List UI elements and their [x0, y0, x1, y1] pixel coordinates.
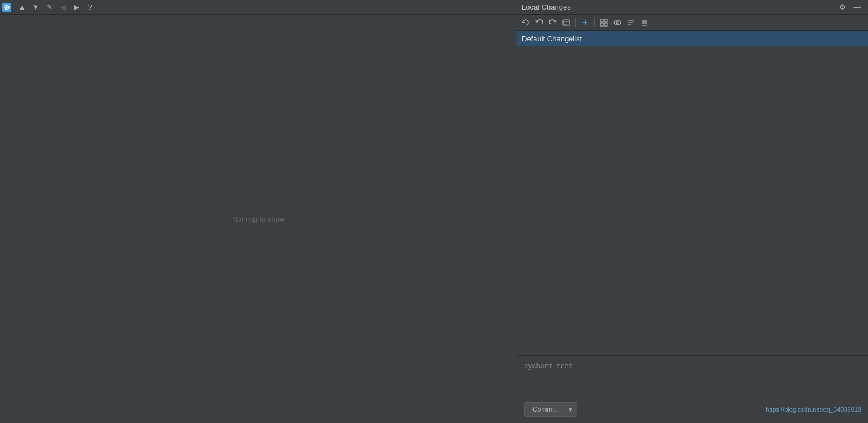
commit-dialog-button[interactable] [560, 16, 573, 29]
settings-button[interactable]: ⚙ [836, 1, 849, 14]
commit-footer: Commit ▼ https://blog.csdn.net/qq_340390… [522, 400, 863, 418]
default-changelist-header[interactable]: Default Changelist [517, 31, 868, 46]
toolbar-separator-1 [575, 18, 576, 27]
svg-point-11 [614, 20, 621, 25]
redo-button[interactable] [547, 16, 559, 29]
left-panel: ▲ ▼ ✎ ◀ ▶ ? Nothing to show [0, 0, 517, 423]
url-link[interactable]: https://blog.csdn.net/qq_34039018 [766, 406, 861, 413]
preview-button[interactable] [611, 16, 624, 29]
navigate-up-button[interactable]: ▲ [16, 1, 28, 14]
right-titlebar: Local Changes ⚙ — [517, 0, 868, 15]
svg-rect-8 [604, 19, 607, 22]
svg-rect-9 [600, 23, 603, 26]
expand-collapse-button[interactable] [638, 16, 651, 29]
title-icons: ⚙ — [836, 1, 863, 14]
undo-button[interactable] [533, 16, 545, 29]
commit-button[interactable]: Commit [524, 402, 564, 417]
svg-rect-10 [604, 23, 607, 26]
left-content-area: Nothing to show [0, 15, 517, 423]
local-changes-title: Local Changes [522, 3, 571, 11]
git-title-icon [2, 3, 11, 12]
commit-message-input[interactable]: pycharm test [522, 360, 863, 396]
help-button[interactable]: ? [84, 1, 96, 14]
group-by-button[interactable] [598, 16, 610, 29]
left-toolbar: ▲ ▼ ✎ ◀ ▶ ? [0, 0, 517, 15]
svg-rect-7 [600, 19, 603, 22]
sort-button[interactable] [625, 16, 637, 29]
changelist-label: Default Changelist [522, 34, 582, 43]
commit-dropdown-button[interactable]: ▼ [564, 402, 577, 417]
svg-point-12 [616, 21, 618, 24]
changelist-content-area [517, 46, 868, 355]
refresh-button[interactable] [519, 16, 532, 29]
edit-button[interactable]: ✎ [43, 1, 55, 14]
toolbar-separator-2 [594, 18, 595, 27]
right-toolbar: + [517, 15, 868, 31]
add-changelist-button[interactable]: + [579, 16, 591, 29]
nothing-to-show-label: Nothing to show [232, 215, 285, 223]
forward-button[interactable]: ▶ [70, 1, 83, 14]
back-button[interactable]: ◀ [57, 1, 69, 14]
navigate-down-button[interactable]: ▼ [29, 1, 42, 14]
close-panel-button[interactable]: — [851, 1, 863, 14]
commit-area: pycharm test Commit ▼ https://blog.csdn.… [517, 355, 868, 423]
right-panel: Local Changes ⚙ — [517, 0, 868, 423]
commit-button-group: Commit ▼ [524, 402, 577, 417]
